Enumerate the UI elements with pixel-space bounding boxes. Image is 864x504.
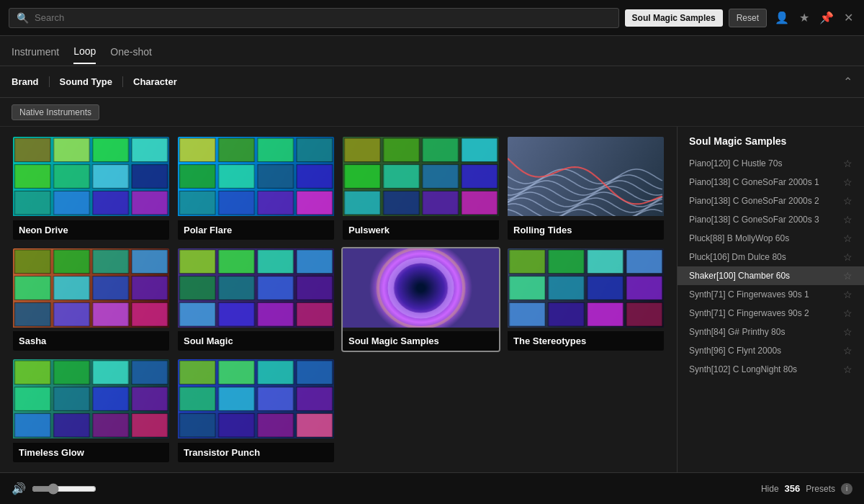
top-bar: 🔍 Soul Magic Samples Reset 👤 ★ 📌 ✕ <box>0 0 864 36</box>
preset-name: Shaker[100] Chamber 60s <box>689 271 790 281</box>
preset-star-icon[interactable]: ☆ <box>843 326 852 338</box>
preset-star-icon[interactable]: ☆ <box>843 307 852 319</box>
thumb-neon-drive <box>13 137 169 216</box>
thumb-rolling-tides <box>508 137 664 216</box>
preset-name: Piano[138] C GoneSoFar 2000s 3 <box>689 215 819 225</box>
filter-sound-type[interactable]: Sound Type <box>60 76 123 87</box>
reset-button[interactable]: Reset <box>729 9 767 27</box>
grid-label-the-stereotypes: The Stereotypes <box>508 331 664 351</box>
preset-star-icon[interactable]: ☆ <box>843 289 852 300</box>
preset-name: Synth[84] G# Printhy 80s <box>689 327 785 337</box>
thumb-pulswerk <box>343 137 499 216</box>
preset-count: 356 <box>785 483 801 494</box>
active-filter-button[interactable]: Soul Magic Samples <box>625 9 723 27</box>
preset-item-1[interactable]: Piano[138] C GoneSoFar 2000s 1☆ <box>678 173 864 192</box>
preset-name: Pluck[106] Dm Dulce 80s <box>689 252 786 262</box>
hide-button[interactable]: Hide <box>761 484 779 494</box>
filter-character[interactable]: Character <box>133 76 187 87</box>
thumb-polar-flare <box>178 137 334 216</box>
pin-icon[interactable]: 📌 <box>817 11 836 24</box>
preset-star-icon[interactable]: ☆ <box>843 214 852 225</box>
bottom-bar: 🔊 Hide 356 Presets i <box>0 472 864 504</box>
preset-star-icon[interactable]: ☆ <box>843 364 852 375</box>
preset-name: Synth[71] C Fingerwaves 90s 1 <box>689 289 809 300</box>
star-icon[interactable]: ★ <box>797 11 811 24</box>
thumb-timeless-glow <box>13 359 169 438</box>
grid-item-neon-drive[interactable]: Neon Drive <box>12 135 171 241</box>
grid-label-soul-magic: Soul Magic <box>178 331 334 351</box>
thumb-transistor-punch <box>178 359 334 438</box>
tab-instrument[interactable]: Instrument <box>12 46 59 63</box>
filter-bar: Brand Sound Type Character ⌃ <box>0 66 864 98</box>
preset-star-icon[interactable]: ☆ <box>843 195 852 207</box>
filter-brand[interactable]: Brand <box>12 76 50 87</box>
info-icon[interactable]: i <box>841 483 852 495</box>
preset-name: Synth[96] C Flynt 2000s <box>689 346 781 356</box>
preset-item-10[interactable]: Synth[96] C Flynt 2000s☆ <box>678 341 864 360</box>
thumb-the-stereotypes <box>508 248 664 328</box>
preset-item-4[interactable]: Pluck[88] B MollyWop 60s☆ <box>678 229 864 248</box>
grid-item-soul-magic[interactable]: Soul Magic <box>176 247 336 353</box>
preset-star-icon[interactable]: ☆ <box>843 345 852 356</box>
grid-item-polar-flare[interactable]: Polar Flare <box>176 135 336 241</box>
main-content: Neon DrivePolar FlarePulswerkRolling Tid… <box>0 127 864 472</box>
preset-item-0[interactable]: Piano[120] C Hustle 70s☆ <box>678 154 864 173</box>
grid-item-sasha[interactable]: Sasha <box>12 247 171 353</box>
collapse-button[interactable]: ⌃ <box>843 75 852 89</box>
preset-name: Piano[120] C Hustle 70s <box>689 158 782 168</box>
grid-label-transistor-punch: Transistor Punch <box>178 443 334 462</box>
search-container: 🔍 <box>9 8 619 28</box>
volume-icon: 🔊 <box>12 482 26 495</box>
grid-item-soul-magic-samples[interactable]: Soul Magic Samples <box>341 247 500 353</box>
preset-item-7[interactable]: Synth[71] C Fingerwaves 90s 1☆ <box>678 285 864 304</box>
tab-loop[interactable]: Loop <box>73 45 96 64</box>
preset-star-icon[interactable]: ☆ <box>843 176 852 188</box>
preset-name: Piano[138] C GoneSoFar 2000s 1 <box>689 177 819 187</box>
grid-item-pulswerk[interactable]: Pulswerk <box>341 135 500 241</box>
close-icon[interactable]: ✕ <box>842 11 855 24</box>
right-panel-title: Soul Magic Samples <box>678 135 864 154</box>
preset-item-9[interactable]: Synth[84] G# Printhy 80s☆ <box>678 323 864 341</box>
tab-one-shot[interactable]: One-shot <box>110 46 152 63</box>
presets-label: Presets <box>806 484 835 494</box>
grid-label-sasha: Sasha <box>13 331 169 351</box>
grid-area: Neon DrivePolar FlarePulswerkRolling Tid… <box>0 127 677 472</box>
grid-item-timeless-glow[interactable]: Timeless Glow <box>12 358 171 464</box>
preset-star-icon[interactable]: ☆ <box>843 251 852 263</box>
preset-item-3[interactable]: Piano[138] C GoneSoFar 2000s 3☆ <box>678 210 864 229</box>
grid-label-neon-drive: Neon Drive <box>13 220 169 240</box>
grid-item-transistor-punch[interactable]: Transistor Punch <box>176 358 336 464</box>
search-input[interactable] <box>35 12 611 23</box>
nav-tabs: Instrument Loop One-shot <box>0 36 864 66</box>
search-icon: 🔍 <box>17 12 29 24</box>
volume-slider[interactable] <box>32 483 96 495</box>
grid-label-rolling-tides: Rolling Tides <box>508 220 664 240</box>
preset-star-icon[interactable]: ☆ <box>843 158 852 169</box>
preset-star-icon[interactable]: ☆ <box>843 233 852 244</box>
preset-item-5[interactable]: Pluck[106] Dm Dulce 80s☆ <box>678 248 864 266</box>
preset-name: Pluck[88] B MollyWop 60s <box>689 233 789 243</box>
preset-name: Piano[138] C GoneSoFar 2000s 2 <box>689 196 819 206</box>
preset-star-icon[interactable]: ☆ <box>843 270 852 282</box>
preset-item-6[interactable]: Shaker[100] Chamber 60s☆ <box>678 266 864 285</box>
preset-name: Synth[71] C Fingerwaves 90s 2 <box>689 308 809 318</box>
presets-list: Piano[120] C Hustle 70s☆Piano[138] C Gon… <box>678 154 864 379</box>
grid-label-timeless-glow: Timeless Glow <box>13 443 169 462</box>
filter-tag-native-instruments[interactable]: Native Instruments <box>12 104 99 120</box>
right-panel: Soul Magic Samples Piano[120] C Hustle 7… <box>677 127 864 472</box>
preset-item-2[interactable]: Piano[138] C GoneSoFar 2000s 2☆ <box>678 192 864 210</box>
grid-label-polar-flare: Polar Flare <box>178 220 334 240</box>
preset-item-8[interactable]: Synth[71] C Fingerwaves 90s 2☆ <box>678 304 864 323</box>
grid-item-the-stereotypes[interactable]: The Stereotypes <box>506 247 665 353</box>
thumb-soul-magic <box>178 248 334 328</box>
thumb-sasha <box>13 248 169 328</box>
grid-label-soul-magic-samples: Soul Magic Samples <box>343 331 499 351</box>
filter-tags: Native Instruments <box>0 98 864 127</box>
user-icon[interactable]: 👤 <box>773 11 791 24</box>
thumb-soul-magic-samples <box>343 248 499 328</box>
bottom-right: Hide 356 Presets i <box>761 483 852 495</box>
preset-name: Synth[102] C LongNight 80s <box>689 364 797 374</box>
grid-label-pulswerk: Pulswerk <box>343 220 499 240</box>
preset-item-11[interactable]: Synth[102] C LongNight 80s☆ <box>678 360 864 379</box>
grid-item-rolling-tides[interactable]: Rolling Tides <box>506 135 665 241</box>
